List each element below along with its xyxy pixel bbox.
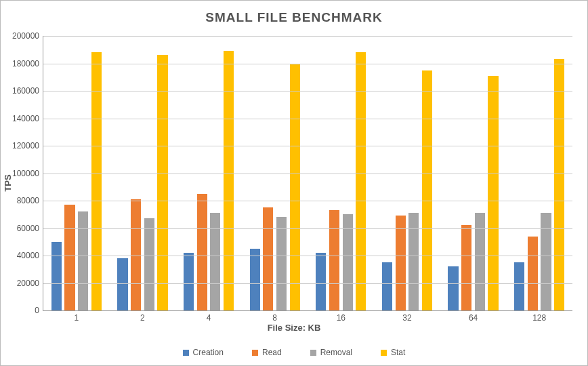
bar-stat	[422, 70, 432, 310]
bar-stat	[554, 59, 564, 310]
grid-line	[43, 256, 572, 256]
bar-stat	[224, 51, 234, 310]
y-tick-label: 180000	[12, 59, 39, 68]
bar-creation	[51, 242, 62, 310]
grid-line	[43, 201, 572, 201]
grid-line	[43, 228, 572, 229]
bar-removal	[343, 214, 353, 310]
x-tick-label: 2	[140, 313, 145, 323]
legend-item-creation: Creation	[183, 348, 224, 357]
legend-item-removal: Removal	[310, 348, 352, 357]
bar-creation	[382, 262, 392, 310]
grid-line	[43, 36, 572, 37]
legend-label: Read	[262, 348, 282, 357]
y-tick-label: 20000	[17, 279, 39, 288]
legend-label: Removal	[320, 348, 352, 357]
legend-swatch-icon	[183, 350, 189, 356]
legend-label: Stat	[391, 348, 405, 357]
bar-removal	[144, 218, 154, 310]
x-axis-label: File Size: KB	[268, 323, 321, 333]
legend-swatch-icon	[310, 350, 316, 356]
bar-read	[263, 207, 273, 310]
bar-removal	[276, 217, 287, 310]
bar-read	[396, 216, 406, 310]
x-tick-label: 16	[337, 313, 345, 323]
grid-line	[43, 91, 572, 92]
bar-stat	[157, 55, 167, 310]
y-tick-label: 80000	[17, 196, 39, 205]
bar-creation	[117, 258, 127, 310]
plot-area: 0200004000060000800001000001200001400001…	[43, 36, 572, 311]
grid-line	[43, 283, 572, 284]
grid-line	[43, 146, 572, 146]
grid-line	[43, 64, 572, 64]
y-tick-label: 200000	[12, 31, 39, 41]
bar-read	[131, 199, 141, 310]
y-tick-label: 120000	[12, 141, 39, 150]
legend-swatch-icon	[252, 350, 258, 356]
bar-creation	[448, 266, 458, 310]
x-tick-label: 4	[207, 313, 211, 323]
x-tick-label: 1	[74, 313, 79, 323]
y-tick-label: 100000	[12, 169, 39, 178]
x-tick-label: 32	[402, 313, 411, 323]
legend-item-stat: Stat	[381, 348, 405, 357]
y-tick-label: 160000	[12, 86, 39, 96]
bar-read	[528, 237, 538, 310]
chart-container: SMALL FILE BENCHMARK TPS 020000400006000…	[0, 0, 588, 366]
bar-stat	[488, 76, 498, 310]
bar-creation	[250, 249, 260, 310]
bar-creation	[316, 253, 326, 310]
y-tick-label: 60000	[17, 224, 39, 233]
x-tick-label: 8	[272, 313, 277, 323]
bar-creation	[184, 253, 194, 310]
y-axis-label: TPS	[3, 174, 13, 191]
bar-removal	[78, 211, 88, 310]
chart-title: SMALL FILE BENCHMARK	[13, 10, 575, 25]
grid-line	[43, 174, 572, 174]
y-tick-label: 40000	[17, 251, 39, 260]
legend: CreationReadRemovalStat	[1, 348, 587, 357]
y-tick-label: 0	[35, 306, 39, 315]
bar-creation	[514, 262, 524, 310]
x-tick-label: 64	[469, 313, 478, 323]
y-tick-label: 140000	[12, 114, 39, 123]
legend-label: Creation	[193, 348, 224, 357]
legend-swatch-icon	[381, 350, 387, 356]
bar-read	[461, 225, 471, 310]
bar-stat	[290, 64, 300, 311]
x-tick-label: 128	[532, 313, 546, 323]
bar-read	[64, 205, 75, 310]
bar-read	[329, 210, 339, 310]
bar-read	[197, 194, 207, 310]
grid-line	[43, 119, 572, 119]
legend-item-read: Read	[252, 348, 282, 357]
